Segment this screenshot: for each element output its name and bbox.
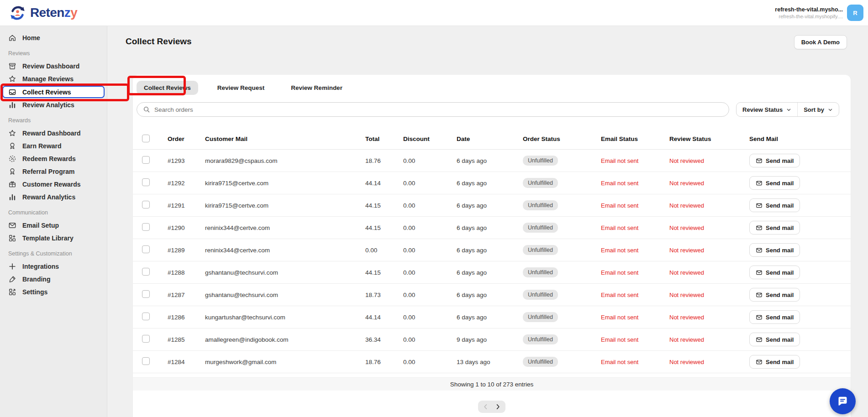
sidebar-item-collect-reviews[interactable]: Collect Reviews bbox=[2, 86, 105, 98]
tab-review-reminder[interactable]: Review Reminder bbox=[284, 81, 350, 95]
medal-icon bbox=[8, 142, 16, 150]
sidebar-item-integrations[interactable]: Integrations bbox=[0, 260, 107, 273]
row-checkbox[interactable] bbox=[142, 290, 150, 298]
sidebar-item-customer-rewards[interactable]: Customer Rewards bbox=[0, 178, 107, 191]
sidebar-item-branding[interactable]: Branding bbox=[0, 273, 107, 286]
sidebar-item-referral-program[interactable]: Referral Program bbox=[0, 165, 107, 178]
column-header-customer-mail: Customer Mail bbox=[200, 136, 360, 142]
table-row-1284: #1284murgeshwork@gmail.com18.760.0013 da… bbox=[133, 351, 851, 373]
cell-discount: 0.00 bbox=[398, 224, 451, 231]
cell-total: 44.15 bbox=[360, 224, 398, 231]
sidebar-item-earn-reward[interactable]: Earn Reward bbox=[0, 140, 107, 152]
pagination-next-button[interactable] bbox=[494, 403, 501, 410]
send-mail-label: Send mail bbox=[766, 336, 794, 343]
sidebar-item-manage-reviews[interactable]: Manage Reviews bbox=[0, 73, 107, 85]
cell-discount: 0.00 bbox=[398, 180, 451, 187]
collect-reviews-card: Collect ReviewsReview RequestReview Remi… bbox=[133, 75, 851, 417]
order-status-badge: Unfulfilled bbox=[523, 178, 558, 188]
row-checkbox[interactable] bbox=[142, 156, 150, 164]
sidebar-item-label: Template Library bbox=[22, 235, 74, 242]
row-checkbox[interactable] bbox=[142, 178, 150, 186]
cell-customer-mail: murgeshwork@gmail.com bbox=[200, 359, 360, 365]
sidebar-item-label: Redeem Rewards bbox=[22, 155, 76, 162]
send-mail-button[interactable]: Send mail bbox=[749, 198, 800, 212]
table-row-1288: #1288gshantanu@techsurvi.com44.150.006 d… bbox=[133, 261, 851, 284]
search-input[interactable] bbox=[137, 102, 729, 117]
sort-by-dropdown-label: Sort by bbox=[804, 106, 824, 113]
send-mail-button[interactable]: Send mail bbox=[749, 243, 800, 257]
account-name: refresh-the-vital.mysho... bbox=[775, 6, 843, 13]
envelope-icon bbox=[756, 336, 763, 343]
email-status-text: Email not sent bbox=[601, 336, 638, 343]
send-mail-button[interactable]: Send mail bbox=[749, 154, 800, 167]
send-mail-button[interactable]: Send mail bbox=[749, 176, 800, 190]
sidebar-item-label: Customer Rewards bbox=[22, 181, 81, 188]
entries-summary: Showing 1 to 10 of 273 entries bbox=[450, 381, 533, 388]
cell-discount: 0.00 bbox=[398, 314, 451, 321]
sidebar-item-template-library[interactable]: Template Library bbox=[0, 232, 107, 245]
send-mail-button[interactable]: Send mail bbox=[749, 266, 800, 279]
email-status-text: Email not sent bbox=[601, 292, 638, 298]
column-header-review-status: Review Status bbox=[664, 136, 744, 142]
row-checkbox[interactable] bbox=[142, 201, 150, 208]
send-mail-button[interactable]: Send mail bbox=[749, 288, 800, 302]
order-status-badge: Unfulfilled bbox=[523, 312, 558, 322]
sidebar-item-review-dashboard[interactable]: Review Dashboard bbox=[0, 60, 107, 73]
sidebar-item-home[interactable]: Home bbox=[0, 31, 107, 44]
send-mail-button[interactable]: Send mail bbox=[749, 355, 800, 369]
filter-group: Review Status Sort by bbox=[736, 102, 839, 117]
sidebar-item-settings[interactable]: Settings bbox=[0, 286, 107, 298]
sort-by-dropdown[interactable]: Sort by bbox=[797, 103, 839, 116]
send-mail-button[interactable]: Send mail bbox=[749, 333, 800, 346]
pagination bbox=[133, 401, 851, 413]
tab-review-request[interactable]: Review Request bbox=[210, 81, 272, 95]
email-status-text: Email not sent bbox=[601, 157, 638, 164]
account-names: refresh-the-vital.mysho... refresh-the-v… bbox=[775, 6, 843, 19]
tab-collect-reviews[interactable]: Collect Reviews bbox=[137, 81, 198, 95]
cell-total: 44.15 bbox=[360, 202, 398, 209]
column-header-order: Order bbox=[162, 136, 200, 142]
cell-discount: 0.00 bbox=[398, 202, 451, 209]
logo-home-link[interactable]: Retenzy bbox=[9, 5, 77, 21]
send-mail-button[interactable]: Send mail bbox=[749, 221, 800, 235]
row-checkbox[interactable] bbox=[142, 245, 150, 253]
row-checkbox[interactable] bbox=[142, 223, 150, 231]
chat-launcher-button[interactable] bbox=[830, 388, 856, 414]
plus-icon bbox=[8, 262, 16, 271]
sidebar-item-email-setup[interactable]: Email Setup bbox=[0, 219, 107, 232]
row-checkbox[interactable] bbox=[142, 268, 150, 276]
review-status-dropdown[interactable]: Review Status bbox=[736, 103, 797, 116]
envelope-icon bbox=[756, 157, 763, 164]
select-all-checkbox[interactable] bbox=[142, 135, 150, 142]
table-row-1285: #1285amallegreen@indigobook.com36.340.00… bbox=[133, 328, 851, 351]
sidebar-item-reward-dashboard[interactable]: Reward Dashboard bbox=[0, 127, 107, 140]
cell-total: 44.14 bbox=[360, 314, 398, 321]
entries-summary-bar: Showing 1 to 10 of 273 entries bbox=[133, 377, 851, 391]
row-checkbox[interactable] bbox=[142, 335, 150, 343]
sidebar-item-review-analytics[interactable]: Review Analytics bbox=[0, 99, 107, 111]
cell-customer-mail: kungartushar@techsurvi.com bbox=[200, 314, 360, 321]
sidebar-section-label-rewards: Rewards bbox=[0, 111, 107, 127]
gift-icon bbox=[8, 180, 16, 188]
cell-total: 18.73 bbox=[360, 292, 398, 298]
book-a-demo-button[interactable]: Book A Demo bbox=[794, 35, 847, 49]
search-field bbox=[137, 102, 729, 117]
account-menu[interactable]: refresh-the-vital.mysho... refresh-the-v… bbox=[775, 5, 863, 21]
sidebar-section-label-communication: Communication bbox=[0, 203, 107, 219]
order-status-badge: Unfulfilled bbox=[523, 290, 558, 300]
cell-date: 6 days ago bbox=[451, 180, 517, 187]
sidebar-item-redeem-rewards[interactable]: Redeem Rewards bbox=[0, 152, 107, 165]
search-icon bbox=[143, 106, 150, 113]
cell-customer-mail: kirira9715@certve.com bbox=[200, 202, 360, 209]
envelope-icon bbox=[756, 224, 763, 231]
pagination-prev-button[interactable] bbox=[482, 403, 489, 410]
sidebar-item-reward-analytics[interactable]: Reward Analytics bbox=[0, 191, 107, 203]
row-checkbox[interactable] bbox=[142, 313, 150, 320]
cell-total: 18.76 bbox=[360, 359, 398, 365]
order-status-badge: Unfulfilled bbox=[523, 223, 558, 233]
avatar[interactable]: R bbox=[847, 5, 863, 21]
cell-order: #1286 bbox=[162, 314, 200, 321]
sidebar-item-label: Review Analytics bbox=[22, 101, 74, 109]
send-mail-button[interactable]: Send mail bbox=[749, 310, 800, 324]
row-checkbox[interactable] bbox=[142, 357, 150, 365]
